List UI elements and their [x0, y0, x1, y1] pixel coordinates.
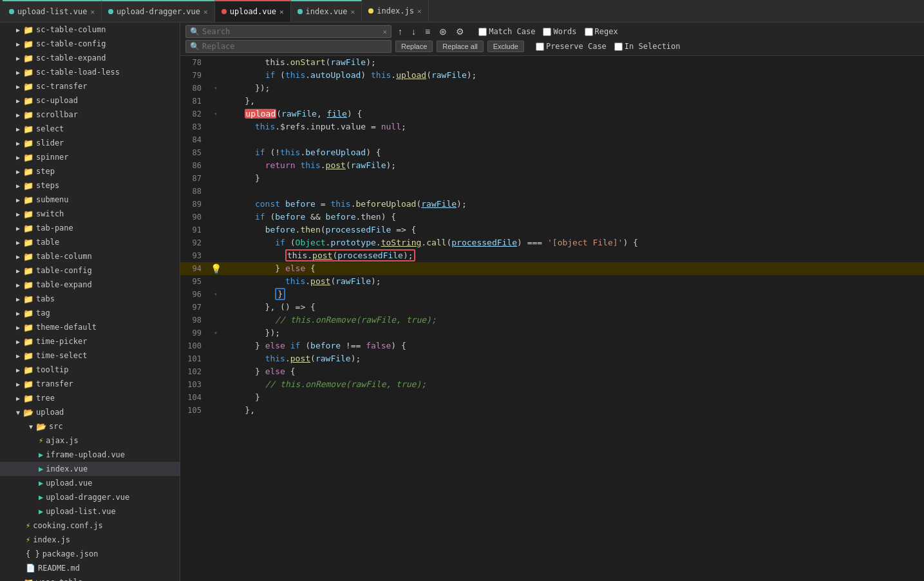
words-checkbox[interactable] [543, 28, 551, 36]
code-line-90: 90 if (before && before.then) { [180, 211, 924, 224]
sidebar-file-iframe-upload[interactable]: ▶iframe-upload.vue [0, 448, 180, 462]
code-line-105: 105 }, [180, 404, 924, 417]
fold-icon[interactable]: ▾ [214, 288, 218, 301]
sidebar-item-sc-table-column[interactable]: ▶📁sc-table-column [0, 23, 180, 37]
code-line-103: 103 // this.onRemove(rawFile, true); [180, 378, 924, 391]
line-number: 99 [180, 327, 209, 339]
sidebar-item-time-picker[interactable]: ▶📁time-picker [0, 334, 180, 348]
find-input[interactable] [202, 27, 380, 36]
line-content: if (this.autoUpload) this.upload(rawFile… [222, 69, 924, 82]
sidebar-item-steps[interactable]: ▶📁steps [0, 178, 180, 193]
sidebar-item-slider[interactable]: ▶📁slider [0, 136, 180, 150]
sidebar-item-table[interactable]: ▶📁table [0, 235, 180, 249]
js-file-icon [368, 8, 373, 14]
sidebar-item-submenu[interactable]: ▶📁submenu [0, 193, 180, 207]
sidebar-file-index-vue[interactable]: ▶index.vue [0, 462, 180, 476]
line-number: 81 [180, 95, 209, 108]
preserve-case-label[interactable]: Preserve Case [536, 42, 607, 51]
tab-upload-dragger-close[interactable]: ✕ [203, 8, 208, 16]
tab-index-vue-close[interactable]: ✕ [351, 8, 355, 16]
line-content: } else if (before !== false) { [222, 339, 924, 352]
fold-icon[interactable]: ▾ [214, 108, 218, 120]
tab-upload-close[interactable]: ✕ [279, 8, 284, 16]
sidebar-item-select[interactable]: ▶📁select [0, 122, 180, 136]
sidebar-item-scrollbar[interactable]: ▶📁scrollbar [0, 108, 180, 122]
match-case-checkbox[interactable] [478, 28, 487, 36]
tab-index-js-close[interactable]: ✕ [417, 7, 422, 15]
sidebar-item-tabs[interactable]: ▶📁tabs [0, 292, 180, 306]
sidebar-item-sc-table-expand[interactable]: ▶📁sc-table-expand [0, 51, 180, 65]
fold-icon[interactable]: ▾ [214, 327, 218, 339]
sidebar-item-sc-table-config[interactable]: ▶📁sc-table-config [0, 37, 180, 51]
sidebar-item-sc-transfer[interactable]: ▶📁sc-transfer [0, 79, 180, 93]
sidebar-item-theme-default[interactable]: ▶📁theme-default [0, 320, 180, 334]
line-gutter[interactable]: ▾ [209, 288, 222, 301]
tab-bar: upload-list.vue ✕ upload-dragger.vue ✕ u… [0, 0, 924, 23]
sidebar-item-spinner[interactable]: ▶📁spinner [0, 150, 180, 164]
bulb-icon[interactable]: 💡 [211, 262, 222, 275]
sidebar-file-readme[interactable]: 📄README.md [0, 561, 180, 575]
line-gutter[interactable]: 💡 [209, 262, 222, 275]
in-selection-checkbox[interactable] [614, 43, 623, 51]
line-content: this.post(rawFile); [222, 352, 924, 365]
sidebar-item-transfer[interactable]: ▶📁transfer [0, 377, 180, 391]
regex-checkbox[interactable] [585, 28, 593, 36]
regex-label[interactable]: Regex [585, 27, 618, 36]
sidebar-item-tooltip[interactable]: ▶📁tooltip [0, 363, 180, 377]
sidebar-item-wesc-table[interactable]: ▶📁wesc-table [0, 575, 180, 581]
tab-index-vue[interactable]: index.vue ✕ [291, 0, 363, 22]
code-editor[interactable]: 78 this.onStart(rawFile);79 if (this.aut… [180, 56, 924, 581]
sidebar-item-step[interactable]: ▶📁step [0, 164, 180, 178]
words-label[interactable]: Words [543, 27, 576, 36]
sidebar-item-sc-upload[interactable]: ▶📁sc-upload [0, 93, 180, 108]
sidebar-item-src-sub[interactable]: ▼📂src [0, 419, 180, 433]
sidebar-file-package[interactable]: { }package.json [0, 547, 180, 561]
line-content: // this.onRemove(rawFile, true); [222, 314, 924, 327]
tab-index-js[interactable]: index.js ✕ [362, 0, 428, 22]
sidebar-file-upload-dragger[interactable]: ▶upload-dragger.vue [0, 490, 180, 504]
tab-upload[interactable]: upload.vue ✕ [215, 0, 291, 22]
sidebar-item-tree[interactable]: ▶📁tree [0, 391, 180, 405]
line-gutter[interactable]: ▾ [209, 108, 222, 120]
replace-button[interactable]: Replace [395, 41, 433, 52]
tab-upload-list-close[interactable]: ✕ [90, 8, 95, 16]
sidebar-file-upload-list[interactable]: ▶upload-list.vue [0, 504, 180, 519]
line-number: 89 [180, 198, 209, 211]
sidebar-file-upload-vue[interactable]: ▶upload.vue [0, 476, 180, 490]
find-input-wrap[interactable]: 🔍 ✕ [185, 25, 391, 38]
sidebar-item-table-column[interactable]: ▶📁table-column [0, 249, 180, 263]
tab-upload-dragger[interactable]: upload-dragger.vue ✕ [102, 0, 215, 22]
settings-btn[interactable]: ⚙ [453, 25, 467, 38]
replace-all-button[interactable]: Replace all [437, 41, 483, 52]
replace-input-wrap[interactable]: 🔍 [185, 40, 391, 53]
next-result-btn[interactable]: ↓ [409, 25, 419, 38]
sidebar-file-index-js[interactable]: ⚡index.js [0, 533, 180, 547]
line-number: 84 [180, 133, 209, 146]
sidebar-item-tab-pane[interactable]: ▶📁tab-pane [0, 221, 180, 235]
tab-upload-list[interactable]: upload-list.vue ✕ [3, 0, 102, 22]
line-content: this.post(processedFile); [222, 249, 924, 262]
preserve-case-checkbox[interactable] [536, 43, 544, 51]
prev-result-btn[interactable]: ↑ [395, 25, 405, 38]
line-gutter[interactable]: ▾ [209, 82, 222, 95]
in-selection-label[interactable]: In Selection [614, 42, 681, 51]
sidebar-item-tag[interactable]: ▶📁tag [0, 306, 180, 320]
sidebar-item-sc-table-load-less[interactable]: ▶📁sc-table-load-less [0, 65, 180, 79]
sidebar-item-switch[interactable]: ▶📁switch [0, 207, 180, 221]
sidebar-file-cooking[interactable]: ⚡cooking.conf.js [0, 519, 180, 533]
replace-input[interactable] [202, 42, 387, 51]
code-line-93: 93 this.post(processedFile); [180, 249, 924, 262]
exclude-button[interactable]: Exclude [487, 41, 524, 52]
close-find-icon[interactable]: ✕ [382, 28, 387, 36]
match-case-label[interactable]: Match Case [478, 27, 535, 36]
sidebar-file-ajax[interactable]: ⚡ajax.js [0, 433, 180, 448]
select-all-btn[interactable]: ≡ [422, 25, 433, 38]
line-gutter[interactable]: ▾ [209, 327, 222, 339]
line-number: 87 [180, 172, 209, 185]
sidebar-item-upload[interactable]: ▼📂upload [0, 405, 180, 419]
sidebar-item-table-expand[interactable]: ▶📁table-expand [0, 278, 180, 292]
sidebar-item-time-select[interactable]: ▶📁time-select [0, 348, 180, 363]
fold-icon[interactable]: ▾ [214, 82, 218, 95]
filter-btn[interactable]: ⊛ [437, 25, 449, 38]
sidebar-item-table-config[interactable]: ▶📁table-config [0, 263, 180, 278]
